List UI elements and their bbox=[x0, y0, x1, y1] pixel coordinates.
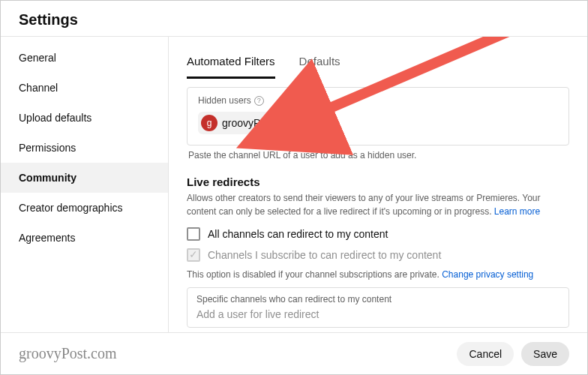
disabled-note: This option is disabled if your channel … bbox=[187, 269, 569, 280]
cancel-button[interactable]: Cancel bbox=[457, 342, 514, 366]
settings-header: Settings bbox=[1, 1, 587, 37]
sidebar-item-creator-demographics[interactable]: Creator demographics bbox=[1, 193, 168, 223]
close-icon[interactable]: ✕ bbox=[280, 117, 290, 129]
main-layout: General Channel Upload defaults Permissi… bbox=[1, 37, 587, 332]
hidden-users-label: Hidden users ? bbox=[198, 95, 558, 106]
hidden-user-chip: g groovyPost ✕ bbox=[198, 112, 296, 134]
watermark: groovyPost.com bbox=[19, 345, 117, 362]
page-title: Settings bbox=[19, 11, 569, 28]
learn-more-link[interactable]: Learn more bbox=[494, 206, 540, 217]
chip-name: groovyPost bbox=[222, 117, 274, 129]
live-redirects-desc: Allows other creators to send their view… bbox=[187, 191, 569, 218]
content-area: Automated Filters Defaults Hidden users … bbox=[169, 37, 587, 332]
avatar: g bbox=[201, 115, 218, 131]
help-icon[interactable]: ? bbox=[254, 96, 264, 106]
tab-defaults[interactable]: Defaults bbox=[299, 49, 340, 79]
sidebar-item-general[interactable]: General bbox=[1, 43, 168, 73]
specific-channels-panel: Specific channels who can redirect to my… bbox=[187, 287, 569, 328]
footer: groovyPost.com Cancel Save bbox=[1, 332, 587, 374]
hidden-users-helper: Paste the channel URL of a user to add a… bbox=[188, 150, 568, 160]
specific-channels-input[interactable] bbox=[196, 308, 560, 320]
sidebar-item-channel[interactable]: Channel bbox=[1, 73, 168, 103]
sidebar-item-community[interactable]: Community bbox=[1, 163, 168, 193]
hidden-users-panel: Hidden users ? g groovyPost ✕ bbox=[187, 87, 569, 146]
save-button[interactable]: Save bbox=[521, 342, 569, 366]
tab-automated-filters[interactable]: Automated Filters bbox=[187, 49, 275, 79]
live-redirects-title: Live redirects bbox=[187, 176, 569, 188]
sidebar-item-agreements[interactable]: Agreements bbox=[1, 223, 168, 253]
specific-channels-label: Specific channels who can redirect to my… bbox=[196, 294, 560, 304]
tabs: Automated Filters Defaults bbox=[187, 49, 569, 80]
checkbox-subscribed-channels: Channels I subscribe to can redirect to … bbox=[187, 248, 569, 262]
sidebar: General Channel Upload defaults Permissi… bbox=[1, 37, 169, 332]
sidebar-item-permissions[interactable]: Permissions bbox=[1, 133, 168, 163]
checkbox-all-channels[interactable]: All channels can redirect to my content bbox=[187, 227, 569, 241]
checkbox-icon[interactable] bbox=[187, 227, 200, 241]
change-privacy-link[interactable]: Change privacy setting bbox=[442, 269, 533, 280]
sidebar-item-upload-defaults[interactable]: Upload defaults bbox=[1, 103, 168, 133]
checkbox-icon bbox=[187, 248, 200, 262]
